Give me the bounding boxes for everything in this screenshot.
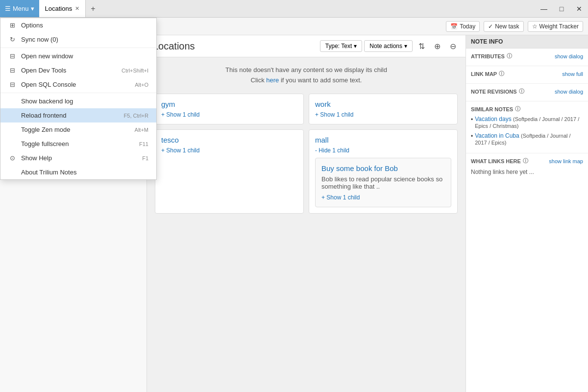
minimize-button[interactable]: — [535, 0, 553, 18]
what-links-info-icon[interactable]: ⓘ [523, 157, 528, 165]
menu-label: Menu [13, 5, 29, 12]
show-dialog-link[interactable]: show dialog [555, 53, 583, 59]
note-actions-label: Note actions [369, 43, 402, 49]
note-revisions-title: NOTE REVISIONS ⓘ [471, 88, 524, 95]
note-revisions-info-icon[interactable]: ⓘ [519, 88, 524, 95]
similar-notes-section: SIMILAR NOTES ⓘ • Vacation days (Softped… [466, 101, 588, 153]
calendar-icon: 📅 [450, 23, 458, 30]
menu-item-about[interactable]: About Trilium Notes [0, 165, 156, 179]
similar-note-text-1: Vacation in Cuba (Softpedia / Journal / … [475, 132, 583, 146]
note-toolbar: Type: Text ▾ Note actions ▾ ⇅ ⊕ ⊖ [320, 39, 460, 53]
menu-shortcut-zen-mode: Alt+M [135, 127, 148, 133]
close-button[interactable]: ✕ [570, 0, 588, 18]
sub-card-3[interactable]: Buy some book for Bob Bob likes to read … [315, 158, 451, 207]
note-content: This note doesn't have any content so we… [147, 57, 466, 392]
what-links-section: WHAT LINKS HERE ⓘ show link map Nothing … [466, 153, 588, 179]
attributes-info-icon[interactable]: ⓘ [507, 52, 512, 60]
show-full-link[interactable]: show full [562, 71, 583, 77]
type-arrow-icon: ▾ [354, 43, 357, 49]
child-card-title-0[interactable]: gym [161, 100, 297, 108]
zoom-in-icon[interactable]: ⊕ [430, 39, 444, 53]
empty-message: This note doesn't have any content so we… [155, 65, 458, 86]
note-actions-button[interactable]: Note actions ▾ [364, 40, 413, 52]
menu-item-backend-log[interactable]: Show backend log [0, 94, 156, 108]
similar-notes-list: • Vacation days (Softpedia / Journal / 2… [471, 116, 583, 146]
show-revisions-link[interactable]: show dialog [555, 89, 583, 95]
link-map-title: LINK MAP ⓘ [471, 70, 504, 77]
menu-item-help[interactable]: ⊙ Show Help F1 [0, 151, 156, 165]
link-map-info-icon[interactable]: ⓘ [499, 70, 504, 77]
menu-item-options[interactable]: ⊞ Options [0, 18, 156, 32]
menu-arrow-icon: ▾ [31, 5, 34, 12]
window-controls: — □ ✕ [535, 0, 588, 18]
child-card-2[interactable]: tesco+ Show 1 child [155, 129, 304, 214]
menu-item-reload[interactable]: Reload frontend F5, Ctrl+R [0, 108, 156, 122]
link-map-section: LINK MAP ⓘ show full [466, 66, 588, 84]
menu-item-zen-mode[interactable]: Toggle Zen mode Alt+M [0, 122, 156, 137]
similar-note-link-0[interactable]: Vacation days [475, 116, 512, 122]
child-card-3[interactable]: mall- Hide 1 child Buy some book for Bob… [309, 129, 458, 214]
add-tab-button[interactable]: + [86, 0, 100, 17]
similar-notes-info-icon[interactable]: ⓘ [515, 105, 520, 113]
zoom-out-icon[interactable]: ⊖ [446, 39, 460, 53]
menu-icon-dev-tools: ⊟ [8, 67, 16, 74]
attributes-title: ATTRIBUTES ⓘ [471, 52, 512, 60]
menu-shortcut-reload: F5, Ctrl+R [124, 113, 148, 119]
menu-item-fullscreen[interactable]: Toggle fullscreen F11 [0, 137, 156, 151]
weight-tracker-button[interactable]: ☆ Weight Tracker [528, 21, 583, 32]
menu-label-options: Options [21, 22, 148, 29]
note-info-header: NOTE INFO [466, 35, 588, 49]
type-button[interactable]: Type: Text ▾ [320, 40, 362, 52]
menu-shortcut-help: F1 [142, 155, 148, 161]
sub-card-footer-3[interactable]: + Show 1 child [321, 194, 445, 201]
locations-tab[interactable]: Locations ✕ [39, 0, 86, 17]
child-card-1[interactable]: work+ Show 1 child [309, 94, 458, 124]
menu-label-sync: Sync now (0) [21, 36, 148, 43]
child-card-footer-3[interactable]: - Hide 1 child [315, 147, 451, 154]
menu-button[interactable]: ☰ Menu ▾ [0, 0, 39, 17]
sub-card-title-3[interactable]: Buy some book for Bob [321, 164, 445, 172]
menu-item-sql-console[interactable]: ⊟ Open SQL Console Alt+O [0, 77, 156, 92]
menu-icon-new-window: ⊟ [8, 52, 16, 60]
menu-label-reload: Reload frontend [21, 112, 116, 119]
here-link[interactable]: here [266, 76, 279, 84]
today-button[interactable]: 📅 Today [446, 21, 480, 32]
attributes-row: ATTRIBUTES ⓘ show dialog [471, 52, 583, 60]
similar-note-link-1[interactable]: Vacation in Cuba [475, 132, 519, 139]
sub-card-body-3: Bob likes to read popular science books … [321, 175, 445, 190]
child-card-title-3[interactable]: mall [315, 136, 451, 144]
child-card-footer-0[interactable]: + Show 1 child [161, 111, 297, 118]
note-header: Locations Type: Text ▾ Note actions ▾ ⇅ … [147, 35, 466, 57]
child-card-footer-1[interactable]: + Show 1 child [315, 111, 451, 118]
new-task-label: New task [495, 23, 519, 30]
child-card-0[interactable]: gym+ Show 1 child [155, 94, 304, 124]
menu-icon-sync: ↻ [8, 36, 16, 43]
attributes-section: ATTRIBUTES ⓘ show dialog [466, 49, 588, 66]
child-card-title-1[interactable]: work [315, 100, 451, 108]
new-task-button[interactable]: ✓ New task [484, 21, 523, 32]
menu-icon-options: ⊞ [8, 22, 16, 29]
today-label: Today [460, 23, 475, 30]
menu-item-dev-tools[interactable]: ⊟ Open Dev Tools Ctrl+Shift+I [0, 63, 156, 77]
menu-icon-sql-console: ⊟ [8, 81, 16, 88]
sort-icon[interactable]: ⇅ [415, 39, 428, 53]
nothing-links-text: Nothing links here yet ... [471, 169, 583, 175]
menu-item-new-window[interactable]: ⊟ Open new window [0, 49, 156, 63]
tab-close-icon[interactable]: ✕ [75, 5, 79, 12]
menu-label-about: About Trilium Notes [21, 169, 148, 176]
menu-icon-help: ⊙ [8, 154, 16, 162]
similar-note-item-1: • Vacation in Cuba (Softpedia / Journal … [471, 132, 583, 146]
content-area: Locations Type: Text ▾ Note actions ▾ ⇅ … [147, 35, 466, 392]
star-icon: ☆ [532, 23, 538, 30]
maximize-button[interactable]: □ [553, 0, 570, 18]
menu-label-backend-log: Show backend log [21, 98, 148, 105]
menu-divider-1 [0, 48, 156, 48]
menu-label-fullscreen: Toggle fullscreen [21, 140, 131, 147]
bullet-1: • [471, 133, 473, 140]
check-icon: ✓ [488, 23, 493, 30]
child-card-title-2[interactable]: tesco [161, 136, 297, 144]
menu-shortcut-fullscreen: F11 [139, 141, 148, 147]
child-card-footer-2[interactable]: + Show 1 child [161, 147, 297, 154]
show-link-map-link[interactable]: show link map [549, 158, 583, 164]
menu-item-sync[interactable]: ↻ Sync now (0) [0, 32, 156, 47]
